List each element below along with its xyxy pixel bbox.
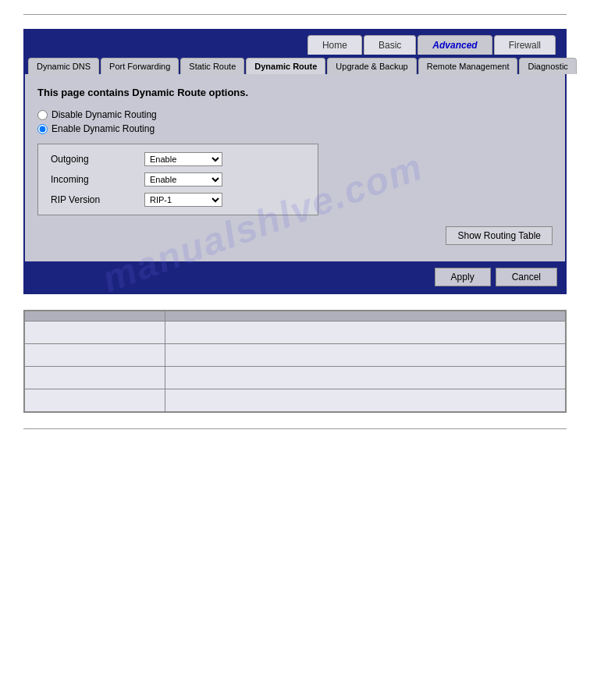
options-box: Outgoing Enable Disable Incoming Enable … (37, 144, 318, 215)
cancel-button[interactable]: Cancel (496, 268, 557, 286)
tab-remote-management[interactable]: Remote Management (418, 58, 518, 74)
sub-tabs-row: Dynamic DNS Port Forwarding Static Route… (25, 55, 565, 74)
table-cell (25, 322, 165, 344)
rip-version-select[interactable]: RIP-1 RIP-2 Both (144, 193, 222, 207)
tab-dynamic-route[interactable]: Dynamic Route (246, 58, 325, 74)
table-row (25, 367, 566, 389)
table-cell (165, 389, 566, 412)
table-row (25, 344, 566, 367)
page-description: This page contains Dynamic Route options… (37, 87, 553, 98)
nav-tab-home[interactable]: Home (307, 35, 362, 55)
tab-upgrade-backup[interactable]: Upgrade & Backup (327, 58, 416, 74)
radio-enable-input[interactable] (37, 124, 48, 134)
radio-disable: Disable Dynamic Routing (37, 109, 553, 120)
incoming-row: Incoming Enable Disable (51, 172, 305, 187)
table-row (25, 389, 566, 412)
tab-diagnostic[interactable]: Diagnostic (519, 58, 576, 74)
incoming-label: Incoming (51, 174, 144, 185)
lower-table-container (23, 310, 567, 413)
rip-version-row: RIP Version RIP-1 RIP-2 Both (51, 193, 305, 207)
incoming-select[interactable]: Enable Disable (144, 172, 222, 187)
lower-table-header-col2 (165, 311, 566, 322)
radio-disable-input[interactable] (37, 110, 48, 120)
table-cell (25, 367, 165, 389)
router-panel: Home Basic Advanced Firewall Dynamic DNS… (23, 29, 567, 294)
nav-tab-advanced[interactable]: Advanced (418, 35, 492, 55)
tab-dynamic-dns[interactable]: Dynamic DNS (28, 58, 99, 74)
table-cell (165, 367, 566, 389)
tab-port-forwarding[interactable]: Port Forwarding (101, 58, 179, 74)
radio-enable-label: Enable Dynamic Routing (52, 123, 155, 134)
top-nav: Home Basic Advanced Firewall (25, 30, 565, 55)
outgoing-row: Outgoing Enable Disable (51, 152, 305, 166)
apply-button[interactable]: Apply (435, 268, 491, 286)
table-cell (25, 389, 165, 412)
table-cell (165, 322, 566, 344)
lower-table (24, 311, 566, 412)
outgoing-label: Outgoing (51, 154, 144, 165)
nav-tab-basic[interactable]: Basic (364, 35, 416, 55)
table-cell (25, 344, 165, 367)
rip-version-label: RIP Version (51, 194, 144, 205)
nav-tab-firewall[interactable]: Firewall (494, 35, 556, 55)
table-cell (165, 344, 566, 367)
radio-group: Disable Dynamic Routing Enable Dynamic R… (37, 109, 553, 134)
bottom-divider (23, 428, 567, 429)
tab-static-route[interactable]: Static Route (180, 58, 244, 74)
radio-disable-label: Disable Dynamic Routing (52, 109, 157, 120)
radio-enable: Enable Dynamic Routing (37, 123, 553, 134)
outgoing-select[interactable]: Enable Disable (144, 152, 222, 166)
show-routing-table-button[interactable]: Show Routing Table (446, 226, 553, 245)
table-row (25, 322, 566, 344)
content-area: This page contains Dynamic Route options… (25, 74, 565, 261)
lower-table-header-col1 (25, 311, 165, 322)
button-bar: Apply Cancel (25, 261, 565, 293)
top-divider (23, 14, 567, 15)
